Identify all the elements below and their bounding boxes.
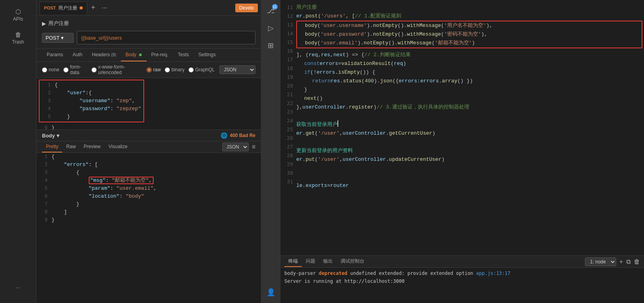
resp-format-select[interactable]: JSON xyxy=(222,143,249,151)
url-input[interactable] xyxy=(77,31,255,44)
format-graphql[interactable]: GraphQL xyxy=(189,67,215,72)
term-tab-terminal[interactable]: 终端 xyxy=(284,256,302,267)
term-tab-debug[interactable]: 调试控制台 xyxy=(337,256,368,267)
code-line-29 xyxy=(296,164,644,173)
account-icon-btn[interactable]: 👤 xyxy=(263,285,278,300)
resp-tab-visualize[interactable]: Visualize xyxy=(105,141,131,152)
code-line-30 xyxy=(296,173,644,181)
term-tab-problems[interactable]: 问题 xyxy=(302,256,319,267)
git-icon-btn[interactable]: ⎇ 11 xyxy=(263,3,278,18)
tab-prereq[interactable]: Pre-req. xyxy=(147,49,173,61)
code-line-16: ], (req, res, next) => { // 2.判断验证结果 xyxy=(296,51,644,59)
request-title-text: 用户注册 xyxy=(48,20,69,27)
term-text-2: undefined extended: provide extended opt… xyxy=(347,271,476,276)
code-line-21: next() xyxy=(296,94,644,103)
request-title[interactable]: ▶ 用户注册 xyxy=(42,20,255,27)
code-line-15: body('user.email').notEmpty().withMessag… xyxy=(297,39,642,48)
resp-tab-raw[interactable]: Raw xyxy=(62,141,80,152)
code-line-14: body('user.password').notEmpty().withMes… xyxy=(297,30,642,39)
req-line-5: 5 } xyxy=(42,113,141,121)
resp-line-2: 2 "errors": [ xyxy=(36,161,261,169)
sidebar-more-button[interactable]: ··· xyxy=(16,281,20,294)
method-select[interactable]: POST ▾ xyxy=(42,33,74,43)
tab-tests[interactable]: Tests xyxy=(173,49,194,61)
request-tabs: Params Auth Headers (9) Body Pre-req. Te… xyxy=(36,49,261,62)
more-icon: ··· xyxy=(16,285,20,290)
split-terminal-button[interactable]: ⧉ xyxy=(626,258,631,265)
tab-settings[interactable]: Settings xyxy=(194,49,220,61)
extensions-icon: ⊞ xyxy=(268,41,274,50)
code-line-20: } xyxy=(296,86,644,94)
tab-dirty-dot xyxy=(80,6,83,10)
tab-auth[interactable]: Auth xyxy=(68,49,87,61)
more-tabs-button[interactable]: ··· xyxy=(99,4,110,12)
globe-icon: 🌐 xyxy=(221,132,227,139)
tab-headers[interactable]: Headers (9) xyxy=(87,49,121,61)
resp-line-8: 8 ] xyxy=(36,208,261,216)
chevron-down-icon: ▾ xyxy=(57,133,59,139)
add-tab-button[interactable]: + xyxy=(89,4,98,12)
format-binary[interactable]: binary xyxy=(165,67,185,72)
tab-body[interactable]: Body xyxy=(121,49,147,61)
sidebar-item-trash[interactable]: 🗑 Trash xyxy=(0,27,36,49)
status-code: 400 Bad Re xyxy=(230,133,255,138)
resp-tab-pretty[interactable]: Pretty xyxy=(42,141,62,152)
response-area: Body ▾ 🌐 400 Bad Re Pretty Raw Preview V… xyxy=(36,130,261,303)
code-line-24: 获取当前登录用户 xyxy=(296,120,644,129)
response-toolbar: Body ▾ 🌐 400 Bad Re xyxy=(36,130,261,141)
cursor xyxy=(337,120,338,127)
resp-tab-preview[interactable]: Preview xyxy=(80,141,105,152)
terminal-panel: 终端 问题 输出 调试控制台 1: node + ⧉ 🗑 xyxy=(280,255,644,303)
term-deprecated: deprecated xyxy=(319,271,347,276)
body-format-group: none form-data x-www-form-urlencoded raw… xyxy=(42,64,215,75)
code-line-13: body('user.username').notEmpty().withMes… xyxy=(297,21,642,30)
develo-button[interactable]: Develo xyxy=(235,4,258,12)
extensions-icon-btn[interactable]: ⊞ xyxy=(263,38,278,53)
tab-bar: POST 用户注册 + ··· Develo xyxy=(36,0,261,16)
resp-line-4: 4 "msg": "邮箱不能为空", xyxy=(36,177,261,185)
request-body-editor: 1 { 2 "user":{ 3 "username": "zep", xyxy=(36,78,261,130)
format-formdata[interactable]: form-data xyxy=(63,64,88,75)
vscode-editor-panel: 1112131415 1617181920 2122232425 2627282… xyxy=(280,0,644,303)
code-line-18: if (!errors.isEmpty()) { xyxy=(296,68,644,77)
trash-icon: 🗑 xyxy=(0,31,36,38)
req-line-3: 3 "username": "zep", xyxy=(42,97,141,105)
term-tab-output[interactable]: 输出 xyxy=(319,256,337,267)
tab-method: POST xyxy=(44,6,56,10)
run-icon: ▷ xyxy=(268,24,274,32)
apis-icon: ⬡ xyxy=(0,8,36,15)
method-dropdown-icon: ▾ xyxy=(61,35,64,41)
node-select[interactable]: 1: node xyxy=(585,257,616,266)
response-body: 1 { 2 "errors": [ 3 { xyxy=(36,153,261,303)
line-numbers: 1112131415 1617181920 2122232425 2627282… xyxy=(280,0,296,255)
resp-line-1: 1 { xyxy=(36,153,261,161)
format-raw[interactable]: raw xyxy=(147,67,161,72)
close-terminal-button[interactable]: 🗑 xyxy=(634,258,640,265)
code-line-28: er.put('/user', userController.updateCur… xyxy=(296,155,644,164)
code-line-11: 用户注册 xyxy=(296,3,644,12)
run-icon-btn[interactable]: ▷ xyxy=(263,21,278,36)
term-link[interactable]: app.js:13:17 xyxy=(476,271,511,276)
req-line-2: 2 "user":{ xyxy=(42,89,141,97)
terminal-content: body-parser deprecated undefined extende… xyxy=(280,268,644,303)
url-bar: POST ▾ xyxy=(42,31,255,44)
resp-line-6: 6 "location": "body" xyxy=(36,192,261,200)
request-tab[interactable]: POST 用户注册 xyxy=(40,2,87,14)
wrap-button[interactable]: ≡ xyxy=(252,143,255,151)
resp-format-area: JSON ≡ xyxy=(222,143,255,151)
body-toolbar: none form-data x-www-form-urlencoded raw… xyxy=(36,62,261,78)
sidebar-item-apis[interactable]: ⬡ APIs xyxy=(0,4,36,26)
response-body-label[interactable]: Body ▾ xyxy=(42,133,59,139)
format-urlencoded[interactable]: x-www-form-urlencoded xyxy=(91,64,143,75)
body-type-select[interactable]: JSON Text JavaScript xyxy=(219,65,255,74)
term-text-3: Server is running at http://localhost:30… xyxy=(284,278,404,284)
term-line-2: Server is running at http://localhost:30… xyxy=(284,277,640,285)
tab-name: 用户注册 xyxy=(58,5,77,11)
tab-params[interactable]: Params xyxy=(42,49,68,61)
git-badge: 11 xyxy=(272,4,278,10)
code-line-26 xyxy=(296,138,644,147)
format-none[interactable]: none xyxy=(42,67,59,72)
terminal-tabs: 终端 问题 输出 调试控制台 1: node + ⧉ 🗑 xyxy=(280,256,644,268)
add-terminal-button[interactable]: + xyxy=(619,258,623,265)
terminal-actions: 1: node + ⧉ 🗑 xyxy=(585,257,640,266)
